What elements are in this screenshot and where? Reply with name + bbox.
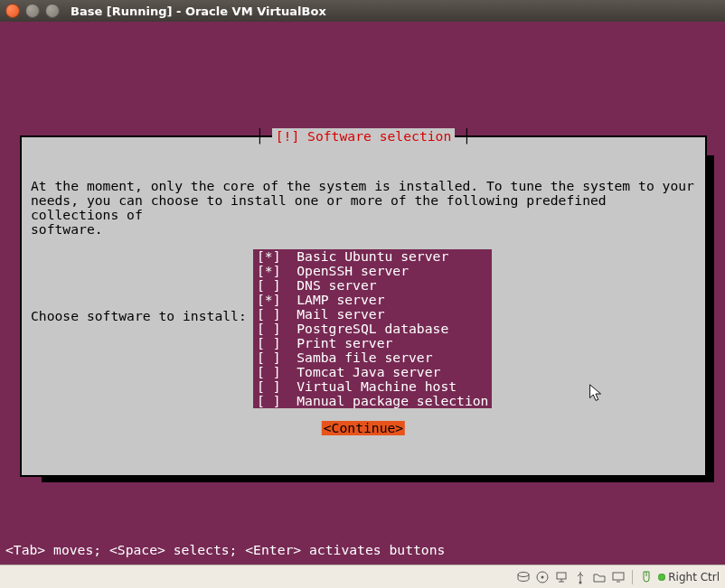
svg-point-2 <box>541 575 544 578</box>
mouse-integration-icon[interactable] <box>639 570 654 584</box>
hostkey-label: Right Ctrl <box>668 571 720 583</box>
display-icon[interactable] <box>611 570 626 584</box>
software-option[interactable]: [*] OpenSSH server <box>253 264 492 278</box>
usb-icon[interactable] <box>573 570 588 584</box>
network-icon[interactable] <box>554 570 569 584</box>
hostkey-indicator[interactable]: Right Ctrl <box>658 571 720 583</box>
svg-point-4 <box>579 581 582 583</box>
optical-disc-icon[interactable] <box>535 570 550 584</box>
software-option[interactable]: [*] LAMP server <box>253 293 492 307</box>
software-option[interactable]: [ ] Virtual Machine host <box>253 379 492 394</box>
continue-button[interactable]: <Continue> <box>322 421 405 435</box>
software-option[interactable]: [ ] Samba file server <box>253 350 492 365</box>
hostkey-led-icon <box>658 574 665 581</box>
software-list[interactable]: [*] Basic Ubuntu server [*] OpenSSH serv… <box>253 249 492 408</box>
window-close-button[interactable] <box>5 4 20 18</box>
vm-console[interactable]: ┤ [!] Software selection ├ At the moment… <box>0 22 725 565</box>
software-option[interactable]: [ ] Print server <box>253 336 492 350</box>
shared-folders-icon[interactable] <box>592 570 607 584</box>
software-option[interactable]: [ ] Tomcat Java server <box>253 365 492 379</box>
software-option[interactable]: [*] Basic Ubuntu server <box>253 249 492 264</box>
key-hint: <Tab> moves; <Space> selects; <Enter> ac… <box>5 543 445 557</box>
software-option[interactable]: [ ] PostgreSQL database <box>253 322 492 336</box>
software-option[interactable]: [ ] Manual package selection <box>253 394 492 408</box>
hard-disk-icon[interactable] <box>516 570 531 584</box>
svg-rect-3 <box>557 573 566 579</box>
window-titlebar: Base [Running] - Oracle VM VirtualBox <box>0 0 725 22</box>
software-option[interactable]: [ ] DNS server <box>253 278 492 293</box>
dialog-title: [!] Software selection <box>272 128 456 144</box>
window-maximize-button[interactable] <box>45 4 60 18</box>
svg-point-0 <box>518 572 529 576</box>
software-selection-dialog: ┤ [!] Software selection ├ At the moment… <box>20 135 707 477</box>
svg-rect-5 <box>613 573 624 580</box>
software-option[interactable]: [ ] Mail server <box>253 307 492 322</box>
window-title: Base [Running] - Oracle VM VirtualBox <box>71 5 326 18</box>
vm-statusbar: Right Ctrl <box>0 565 725 588</box>
window-minimize-button[interactable] <box>25 4 40 18</box>
dialog-intro: At the moment, only the core of the syst… <box>31 179 696 237</box>
